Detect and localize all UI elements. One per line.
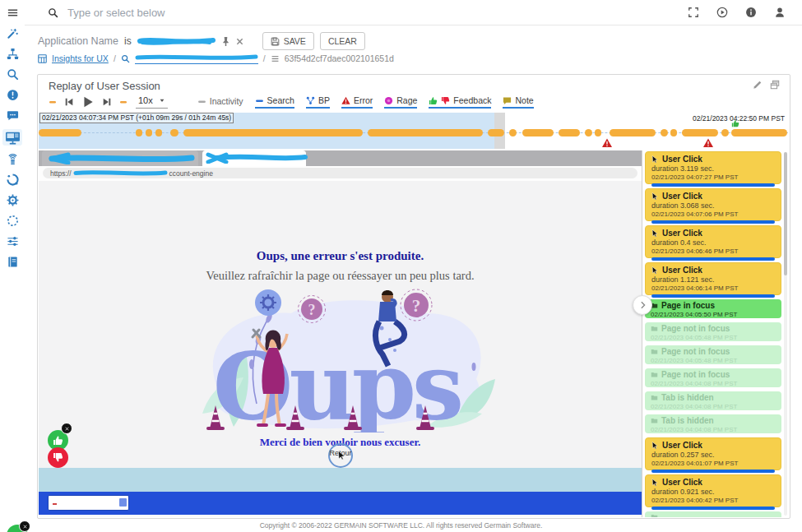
- timeline-event-cluster: [136, 129, 142, 136]
- event-list: User Clickduration 3.119 sec.02/21/2023 …: [645, 151, 781, 517]
- sidebar-item-chat[interactable]: [3, 109, 21, 123]
- save-button[interactable]: SAVE: [262, 32, 314, 50]
- timeline-event-cluster: [721, 129, 729, 136]
- clear-button[interactable]: CLEAR: [320, 32, 365, 50]
- redacted-breadcrumb-link[interactable]: [135, 53, 258, 64]
- collapse-events-handle[interactable]: [633, 295, 652, 315]
- svg-text:?: ?: [308, 302, 315, 318]
- event-card[interactable]: User Clickduration 0.4 sec.02/21/2023 04…: [645, 225, 781, 258]
- sidebar-item-search[interactable]: [3, 67, 21, 81]
- breadcrumb-root-link[interactable]: Insights for UX: [52, 53, 109, 63]
- event-card[interactable]: User Clickduration 0.921 sec.02/21/2023 …: [645, 474, 781, 507]
- event-card[interactable]: User Clickduration 3.119 sec.02/21/2023 …: [645, 151, 781, 184]
- sidebar-item-settings[interactable]: [3, 193, 21, 207]
- event-card[interactable]: [645, 511, 781, 517]
- timeline-event-cluster: [559, 129, 580, 136]
- filter-field-label: Application Name: [38, 35, 118, 47]
- search-icon: [7, 68, 19, 81]
- pin-icon[interactable]: [221, 36, 230, 47]
- timeline-event-cluster: [670, 129, 677, 136]
- folder-icon: [651, 348, 658, 355]
- fullscreen-icon[interactable]: [688, 7, 699, 18]
- event-card[interactable]: User Clickduration 0.257 sec.02/21/2023 …: [645, 437, 781, 470]
- faster-icon[interactable]: [119, 98, 127, 106]
- legend-toggle-bp[interactable]: BP: [306, 95, 330, 109]
- event-card[interactable]: Page not in focus02/21/2023 04:04:08 PM …: [645, 368, 781, 387]
- replayed-tab-active[interactable]: [202, 150, 306, 166]
- legend-toggle-note[interactable]: Note: [503, 95, 533, 109]
- skip-forward-icon[interactable]: [102, 97, 112, 107]
- remove-filter-icon[interactable]: [236, 38, 243, 45]
- sidebar-item-automation[interactable]: [3, 214, 21, 228]
- rage-icon: [384, 96, 393, 105]
- event-timestamp: 02/21/2023 04:05:48 PM PST: [651, 357, 776, 364]
- sidebar-item-wand[interactable]: [3, 26, 21, 40]
- session-timeline[interactable]: 02/21/2023 04:07:34 PM PST (+01h 09m 29s…: [39, 113, 788, 149]
- edit-icon[interactable]: [753, 80, 763, 90]
- sidebar-item-broadcast[interactable]: [3, 152, 21, 166]
- skip-back-icon[interactable]: [64, 97, 74, 107]
- event-card[interactable]: Tab is hidden02/21/2023 04:04:08 PM PST: [645, 414, 781, 433]
- note-icon: [503, 96, 512, 105]
- search-icon: [48, 7, 58, 18]
- chat-widget-close-badge[interactable]: [19, 520, 30, 532]
- sidebar-item-session-replay[interactable]: [2, 129, 22, 146]
- legend-toggle-search[interactable]: Search: [255, 95, 294, 109]
- event-timestamp: 02/21/2023 04:07:06 PM PST: [651, 210, 775, 218]
- play-icon[interactable]: [81, 95, 95, 109]
- global-search-input[interactable]: [66, 6, 688, 20]
- event-card[interactable]: Page not in focus02/21/2023 04:05:48 PM …: [645, 322, 781, 341]
- page-input-field[interactable]: [48, 495, 129, 511]
- event-duration: duration 1.121 sec.: [651, 275, 775, 284]
- info-icon[interactable]: [745, 7, 757, 18]
- event-card[interactable]: User Clickduration 3.068 sec.02/21/2023 …: [645, 188, 781, 221]
- timeline-event-cluster: [146, 129, 152, 136]
- event-duration: duration 0.921 sec.: [651, 488, 775, 496]
- event-timestamp: 02/21/2023 04:04:08 PM PST: [651, 380, 776, 387]
- event-card[interactable]: Page in focus02/21/2023 04:05:50 PM PST: [645, 299, 781, 318]
- sidebar-item-tuning[interactable]: [3, 234, 21, 248]
- sidebar-item-topology[interactable]: [3, 47, 21, 61]
- legend-toggle-rage[interactable]: Rage: [384, 95, 417, 109]
- event-title: User Click: [662, 192, 702, 201]
- popout-icon[interactable]: [770, 80, 780, 90]
- play-circle-icon[interactable]: [716, 7, 728, 18]
- speed-value: 10x: [138, 95, 153, 105]
- timeline-event-cluster: [585, 129, 592, 136]
- sidebar-item-docs[interactable]: [3, 255, 21, 269]
- timeline-event-cluster: [39, 129, 81, 136]
- clear-button-label: CLEAR: [328, 36, 357, 46]
- speed-selector[interactable]: 10x: [136, 95, 168, 109]
- replayed-url-bar[interactable]: https:// ccount-engine: [43, 168, 637, 178]
- scrollbar-thumb[interactable]: [784, 152, 787, 275]
- slower-icon[interactable]: [49, 98, 57, 106]
- feedback-close-badge[interactable]: [61, 423, 72, 434]
- legend-toggle-feedback[interactable]: Feedback: [429, 95, 491, 109]
- error-marker-icon[interactable]: [601, 138, 612, 148]
- sidebar-item-analytics[interactable]: [3, 173, 21, 187]
- event-card[interactable]: User Clickduration 1.121 sec.02/21/2023 …: [645, 262, 781, 295]
- sidebar-item-alerts[interactable]: [3, 88, 21, 102]
- oups-illustration: ? ? Oups: [184, 289, 497, 433]
- feedback-thumbs-down-widget[interactable]: [48, 447, 68, 468]
- timeline-event-cluster: [595, 129, 601, 136]
- legend-label: Inactivity: [210, 96, 243, 106]
- folder-icon: [651, 325, 658, 332]
- event-title: User Click: [662, 229, 702, 238]
- event-card[interactable]: Page not in focus02/21/2023 04:05:48 PM …: [645, 345, 781, 364]
- cursor-icon: [651, 442, 659, 449]
- timeline-event-cluster: [661, 129, 668, 136]
- sidebar-item-menu[interactable]: [3, 6, 21, 20]
- folder-icon: [651, 371, 658, 378]
- topology-icon: [7, 48, 19, 60]
- replayed-tab-inactive[interactable]: [42, 150, 198, 166]
- error-marker-icon[interactable]: [703, 138, 714, 148]
- legend-label: BP: [318, 95, 330, 105]
- event-timestamp: 02/21/2023 04:05:48 PM PST: [651, 334, 776, 341]
- breadcrumb-separator: /: [114, 53, 116, 63]
- event-duration: duration 0.257 sec.: [651, 451, 775, 459]
- event-progress-bar: [651, 220, 775, 224]
- event-card[interactable]: Tab is hidden02/21/2023 04:04:08 PM PST: [645, 391, 781, 410]
- legend-toggle-error[interactable]: Error: [341, 95, 373, 109]
- user-icon[interactable]: [774, 7, 786, 18]
